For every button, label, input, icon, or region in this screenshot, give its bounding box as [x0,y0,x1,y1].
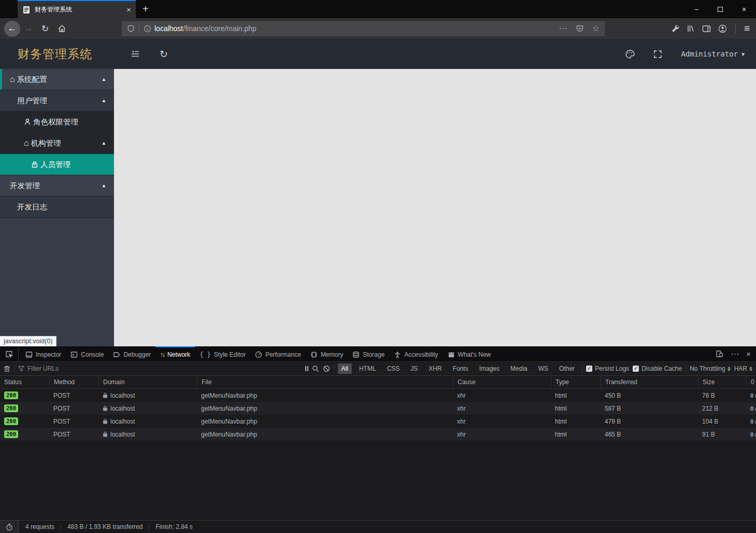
lock-icon [103,405,108,411]
col-cause[interactable]: Cause [453,376,551,389]
shield-icon[interactable] [127,24,135,33]
col-domain[interactable]: Domain [98,376,197,389]
network-request-row[interactable]: 200 POST localhost getMenuNavbar.php xhr… [0,402,756,415]
filter-type-all[interactable]: All [338,363,352,374]
browser-tab[interactable]: 财务管理系统 × [18,0,136,18]
maximize-button[interactable] [708,0,732,18]
transferred-cell: 587 B [601,402,698,415]
filter-type-html[interactable]: HTML [355,363,380,374]
menu-hamburger-icon[interactable]: ≡ [744,23,750,34]
home-button[interactable] [53,21,70,36]
network-request-row[interactable]: 200 POST localhost getMenuNavbar.php xhr… [0,415,756,428]
pick-element-icon[interactable] [0,346,19,361]
col-type[interactable]: Type [551,376,601,389]
filter-type-js[interactable]: JS [407,363,421,374]
fullscreen-icon[interactable] [653,50,662,59]
theme-palette-icon[interactable] [625,49,635,59]
lock-icon [31,161,38,168]
sidebar-item-dev-mgmt[interactable]: 开发管理 ▲ [0,175,114,197]
tab-style-editor[interactable]: { } Style Editor [195,346,250,361]
tab-label: Console [81,351,104,358]
tab-whats-new[interactable]: What's New [443,346,496,361]
app-refresh-icon[interactable]: ↻ [160,48,168,60]
col-method[interactable]: Method [49,376,98,389]
col-size[interactable]: Size [698,376,746,389]
user-menu[interactable]: Administrator ▼ [681,50,745,58]
persist-logs-checkbox[interactable]: ✓ Persist Logs [586,365,629,372]
close-button[interactable]: × [732,0,756,18]
tab-inspector[interactable]: Inspector [21,346,66,361]
waterfall-cell: 0 ms [746,389,756,402]
network-request-row[interactable]: 200 POST localhost getMenuNavbar.php xhr… [0,428,756,441]
devtools-meatball-icon[interactable]: ⋯ [731,350,739,358]
sidebar-item-personnel-mgmt[interactable]: 人员管理 [0,154,114,175]
pause-traffic-icon[interactable] [305,366,308,371]
library-icon[interactable] [687,24,695,33]
disable-cache-checkbox[interactable]: ✓ Disable Cache [633,365,682,372]
filter-type-ws[interactable]: WS [535,363,552,374]
info-icon[interactable] [144,25,151,33]
type-cell: html [551,402,601,415]
account-icon[interactable] [718,24,727,33]
clear-requests-icon[interactable] [4,365,10,372]
search-icon[interactable] [312,365,319,372]
sidebar-item-org-mgmt[interactable]: ⌂ 机构管理 ▲ [0,133,114,154]
tab-performance[interactable]: Performance [250,346,306,361]
minimize-button[interactable]: − [684,0,708,18]
devtools-wrench-icon[interactable] [671,24,679,33]
har-select[interactable]: HAR [734,365,752,372]
sidebar-toggle-icon[interactable] [131,50,140,58]
url-text[interactable]: localhost/finance/core/main.php [154,24,256,33]
sidebar-item-dev-log[interactable]: 开发日志 [0,197,114,218]
sidebar-item-label: 开发日志 [17,202,47,212]
filter-type-media[interactable]: Media [507,363,531,374]
performance-analysis-button[interactable] [0,521,19,533]
back-button[interactable]: ← [4,21,20,37]
filter-divider [582,364,582,373]
devtools-close-icon[interactable]: × [746,349,751,358]
filter-type-images[interactable]: Images [476,363,503,374]
tab-label: Memory [321,351,343,358]
tab-label: Style Editor [214,351,246,358]
col-status[interactable]: Status [0,376,49,389]
tab-memory[interactable]: Memory [306,346,348,361]
filter-type-fonts[interactable]: Fonts [449,363,472,374]
sidebars-icon[interactable] [702,25,711,33]
domain-cell: localhost [110,431,135,438]
page-actions-icon[interactable]: ⋯ [559,24,567,33]
tab-accessibility[interactable]: Accessibility [389,346,443,361]
filter-type-other[interactable]: Other [555,363,578,374]
persist-logs-label: Persist Logs [595,365,629,372]
network-request-row[interactable]: 200 POST localhost getMenuNavbar.php xhr… [0,389,756,402]
col-waterfall[interactable]: 0 ms [746,376,756,389]
col-file[interactable]: File [197,376,453,389]
transferred-summary: 483 B / 1.93 KB transferred [67,523,142,530]
tab-storage[interactable]: Storage [348,346,389,361]
sidebar-item-user-mgmt[interactable]: 用户管理 ▲ [0,90,114,111]
new-tab-button[interactable]: + [136,0,155,18]
har-value: HAR [734,365,747,372]
sidebar-item-system-config[interactable]: ⌂ 系统配置 ▲ [0,69,114,90]
throttling-select[interactable]: No Throttling [690,365,730,372]
tab-close-icon[interactable]: × [126,5,131,14]
responsive-mode-icon[interactable] [716,350,723,358]
tab-debugger[interactable]: Debugger [108,346,155,361]
tab-console[interactable]: Console [66,346,108,361]
sidebar-item-label: 开发管理 [10,181,40,191]
tab-label: Inspector [36,351,61,358]
filter-type-xhr[interactable]: XHR [425,363,445,374]
reload-button[interactable]: ↻ [37,21,53,36]
pocket-icon[interactable] [576,24,584,33]
col-transferred[interactable]: Transferred [601,376,698,389]
app-title: 财务管理系统 [18,46,92,62]
filter-urls-input[interactable]: Filter URLs [18,365,59,372]
request-count: 4 requests [25,523,54,530]
forward-button[interactable]: → [20,21,37,36]
bookmark-star-icon[interactable]: ☆ [592,24,600,33]
url-bar[interactable]: localhost/finance/core/main.php ⋯ ☆ [122,21,605,36]
tab-network[interactable]: ↑↓ Network [155,346,195,361]
sidebar-item-role-permissions[interactable]: 角色权限管理 [0,111,114,133]
block-icon[interactable] [323,365,330,372]
filter-divider [14,364,15,373]
filter-type-css[interactable]: CSS [383,363,404,374]
